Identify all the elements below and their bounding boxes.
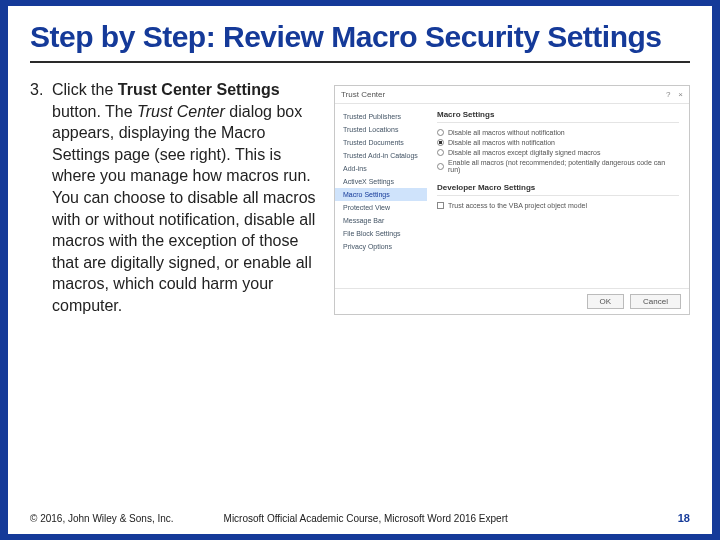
dialog-title: Trust Center [341,90,385,99]
slide-footer: © 2016, John Wiley & Sons, Inc. Microsof… [30,506,690,524]
step-number: 3. [30,79,52,506]
figure-area: Trust Center ? × Trusted PublishersTrust… [334,79,690,506]
page-number: 18 [678,512,690,524]
macro-option-row[interactable]: Disable all macros with notification [437,139,679,146]
macro-option-row[interactable]: Disable all macros except digitally sign… [437,149,679,156]
step-text: Click the Trust Center Settings button. … [52,79,316,506]
course-text: Microsoft Official Academic Course, Micr… [174,513,678,524]
sidebar-item[interactable]: Privacy Options [335,240,427,253]
radio-icon[interactable] [437,129,444,136]
radio-icon[interactable] [437,149,444,156]
dev-option-label: Trust access to the VBA project object m… [448,202,587,209]
macro-option-label: Enable all macros (not recommended; pote… [448,159,679,173]
slide: Step by Step: Review Macro Security Sett… [8,6,712,534]
dev-settings-heading: Developer Macro Settings [437,183,679,196]
copyright-text: © 2016, John Wiley & Sons, Inc. [30,513,174,524]
dev-option-row[interactable]: Trust access to the VBA project object m… [437,202,679,209]
dialog-body: Trusted PublishersTrusted LocationsTrust… [335,103,689,288]
sidebar-item[interactable]: Macro Settings [335,188,427,201]
dialog-sidebar: Trusted PublishersTrusted LocationsTrust… [335,104,427,288]
sidebar-item[interactable]: Trusted Publishers [335,110,427,123]
macro-settings-heading: Macro Settings [437,110,679,123]
close-icon[interactable]: × [678,90,683,99]
macro-option-row[interactable]: Enable all macros (not recommended; pote… [437,159,679,173]
sidebar-item[interactable]: Add-ins [335,162,427,175]
ok-button[interactable]: OK [587,294,625,309]
sidebar-item[interactable]: File Block Settings [335,227,427,240]
macro-option-label: Disable all macros with notification [448,139,555,146]
content-area: 3. Click the Trust Center Settings butto… [30,63,690,506]
step-block: 3. Click the Trust Center Settings butto… [30,79,316,506]
cancel-button[interactable]: Cancel [630,294,681,309]
dialog-titlebar: Trust Center ? × [335,86,689,103]
radio-icon[interactable] [437,163,444,170]
checkbox-icon[interactable] [437,202,444,209]
macro-option-row[interactable]: Disable all macros without notification [437,129,679,136]
sidebar-item[interactable]: Trusted Documents [335,136,427,149]
sidebar-item[interactable]: Trusted Locations [335,123,427,136]
sidebar-item[interactable]: Message Bar [335,214,427,227]
trust-center-dialog: Trust Center ? × Trusted PublishersTrust… [334,85,690,315]
help-icon[interactable]: ? [666,90,670,99]
macro-option-label: Disable all macros without notification [448,129,565,136]
macro-option-label: Disable all macros except digitally sign… [448,149,601,156]
dialog-main: Macro Settings Disable all macros withou… [427,104,689,288]
sidebar-item[interactable]: Protected View [335,201,427,214]
radio-icon[interactable] [437,139,444,146]
sidebar-item[interactable]: Trusted Add-in Catalogs [335,149,427,162]
page-title: Step by Step: Review Macro Security Sett… [30,20,690,63]
dialog-footer: OK Cancel [335,288,689,314]
sidebar-item[interactable]: ActiveX Settings [335,175,427,188]
